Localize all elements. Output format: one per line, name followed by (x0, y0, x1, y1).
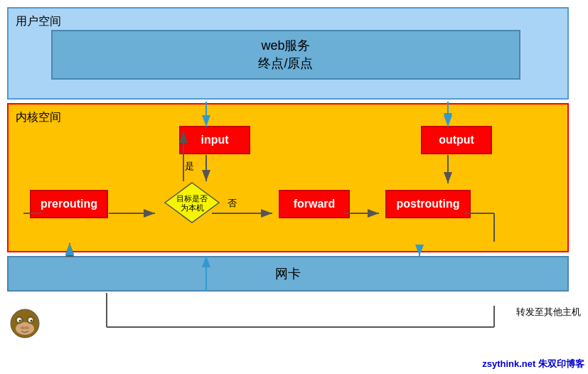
user-space: 用户空间 web服务 终点/原点 (7, 7, 569, 100)
web-service-box: web服务 终点/原点 (51, 30, 520, 80)
svg-point-29 (19, 320, 21, 322)
watermark: zsythink.net 朱双印博客 (482, 358, 584, 370)
svg-point-30 (31, 320, 33, 322)
prerouting-box: prerouting (30, 190, 108, 218)
forward-box: forward (279, 190, 350, 218)
postrouting-box: postrouting (385, 190, 471, 218)
user-space-label: 用户空间 (16, 14, 61, 29)
network-card: 网卡 (7, 256, 569, 292)
no-label: 否 (228, 197, 237, 210)
kernel-space: 内核空间 input output prerouting forward pos… (7, 103, 569, 252)
monkey-icon (7, 306, 43, 341)
diamond-text: 目标是否为本机 (164, 183, 220, 224)
svg-point-32 (25, 326, 29, 329)
input-box: input (179, 126, 250, 154)
forward-to-other-host-text: 转发至其他主机 (516, 306, 581, 319)
svg-point-24 (16, 322, 34, 335)
svg-point-31 (21, 326, 25, 329)
network-card-label: 网卡 (275, 265, 301, 282)
web-service-text: web服务 终点/原点 (258, 37, 313, 73)
kernel-space-label: 内核空间 (16, 110, 61, 125)
yes-label: 是 (185, 160, 194, 173)
output-box: output (421, 126, 492, 154)
main-container: 用户空间 web服务 终点/原点 内核空间 input output prero… (0, 0, 588, 374)
